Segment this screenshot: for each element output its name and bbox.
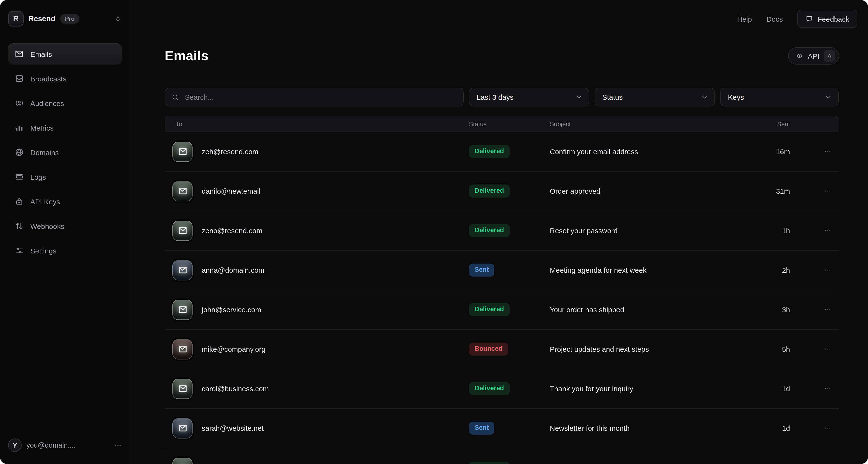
workspace-switcher[interactable]: R Resend Pro [8,11,122,26]
docs-link[interactable]: Docs [767,15,783,23]
table-row[interactable]: Delivered [165,448,839,464]
sidebar-item-emails[interactable]: Emails [8,44,122,64]
filter-dropdown-status[interactable]: Status [594,88,715,107]
email-subject: Your order has shipped [550,306,762,314]
recipient-email: sarah@website.net [202,424,469,432]
sent-time: 31m [776,187,790,195]
api-button[interactable]: API A [788,47,839,64]
recipient-email: anna@domain.com [202,266,469,274]
feedback-label: Feedback [817,15,849,23]
mail-icon [172,181,192,201]
filter-label: Keys [728,93,744,101]
filter-dropdown-keys[interactable]: Keys [720,88,839,107]
chevron-down-icon [575,93,583,101]
sidebar-item-broadcasts[interactable]: Broadcasts [8,68,122,89]
status-badge: Bounced [469,343,508,356]
sidebar-item-label: Settings [30,246,56,255]
topbar: Help Docs Feedback [737,10,858,28]
mail-icon [172,141,192,162]
table-row[interactable]: zeno@resend.com Delivered Reset your pas… [165,211,839,251]
sidebar-item-audiences[interactable]: Audiences [8,92,122,114]
email-subject: Confirm your email address [550,147,762,156]
code-icon [796,52,804,60]
resend-logo: R [8,11,24,27]
mail-icon [172,299,192,320]
title-row: Emails API A [165,47,839,65]
row-actions-ellipsis-icon[interactable] [824,148,831,155]
inbox-icon [14,74,24,83]
table-row[interactable]: mike@company.org Bounced Project updates… [165,329,839,369]
help-link[interactable]: Help [737,15,752,23]
filters-row: Last 3 days Status Keys [165,88,839,107]
filter-label: Last 3 days [476,93,514,101]
table-row[interactable]: zeh@resend.com Delivered Confirm your em… [165,132,839,172]
sent-time: 16m [776,147,790,156]
sidebar-item-label: Emails [30,50,52,58]
chevrons-up-down-icon[interactable] [114,15,122,23]
brand-name: Resend [28,14,55,23]
row-actions-ellipsis-icon[interactable] [824,385,831,392]
main-content: Emails API A Last 3 days Sta [130,0,868,464]
row-actions-ellipsis-icon[interactable] [824,266,831,274]
table-row[interactable]: carol@business.com Delivered Thank you f… [165,369,839,409]
sidebar-item-label: Domains [30,148,59,156]
search-input[interactable] [184,92,457,102]
table-row[interactable]: john@service.com Delivered Your order ha… [165,290,839,329]
mail-icon [172,458,192,464]
app-window: R Resend Pro Emails Broadcasts Audiences… [0,0,868,464]
column-header-sent: Sent [777,120,790,127]
api-shortcut-key: A [824,50,835,62]
table-row[interactable]: danilo@new.email Delivered Order approve… [165,172,839,211]
page-title: Emails [165,48,209,64]
email-subject: Project updates and next steps [550,345,762,353]
filter-label: Status [602,93,623,101]
sidebar-item-settings[interactable]: Settings [8,240,122,261]
row-actions-ellipsis-icon[interactable] [824,345,831,353]
avatar: Y [8,438,22,452]
row-actions-ellipsis-icon[interactable] [824,227,831,234]
users-icon [14,98,24,108]
sidebar-nav: Emails Broadcasts Audiences Metrics Doma… [8,44,122,261]
sidebar-item-label: Metrics [30,124,54,132]
table-row[interactable]: anna@domain.com Sent Meeting agenda for … [165,251,839,290]
sliders-icon [14,246,24,255]
email-subject: Order approved [550,187,762,195]
user-menu-ellipsis-icon[interactable] [114,441,122,449]
feedback-button[interactable]: Feedback [797,10,858,28]
sent-time: 2h [782,266,790,274]
status-badge: Sent [469,422,495,435]
table-row[interactable]: sarah@website.net Sent Newsletter for th… [165,409,839,448]
row-actions-ellipsis-icon[interactable] [824,187,831,195]
mail-icon [172,418,192,438]
sent-time: 3h [782,306,790,314]
user-account-row[interactable]: Y you@domain.... [8,438,122,453]
status-badge: Delivered [469,145,510,158]
mail-icon [14,49,24,59]
search-icon [172,93,179,101]
email-subject: Newsletter for this month [550,424,762,432]
filter-dropdown-last-3-days[interactable]: Last 3 days [469,88,589,107]
status-badge: Delivered [469,224,510,237]
emails-table: To Status Subject Sent zeh@resend.com De… [165,116,839,464]
sidebar-item-webhooks[interactable]: Webhooks [8,215,122,237]
sidebar-item-label: Broadcasts [30,75,66,83]
recipient-email: john@service.com [202,306,469,314]
sidebar-item-metrics[interactable]: Metrics [8,117,122,138]
email-subject: Thank you for your inquiry [550,384,762,393]
table-body: zeh@resend.com Delivered Confirm your em… [165,132,839,464]
sidebar: R Resend Pro Emails Broadcasts Audiences… [0,0,130,464]
search-box [165,88,464,107]
row-actions-ellipsis-icon[interactable] [824,306,831,313]
chevron-down-icon [825,93,832,101]
row-actions-ellipsis-icon[interactable] [824,425,831,432]
status-badge: Delivered [469,303,510,316]
table-header: To Status Subject Sent [165,116,839,132]
resend-logo-letter: R [13,14,19,23]
recipient-email: mike@company.org [202,345,469,353]
sidebar-item-domains[interactable]: Domains [8,142,122,163]
status-badge: Delivered [469,461,510,464]
sidebar-item-logs[interactable]: Logs [8,166,122,187]
recipient-email: carol@business.com [202,384,469,393]
recipient-email: zeno@resend.com [202,227,469,235]
sidebar-item-api-keys[interactable]: API Keys [8,191,122,212]
